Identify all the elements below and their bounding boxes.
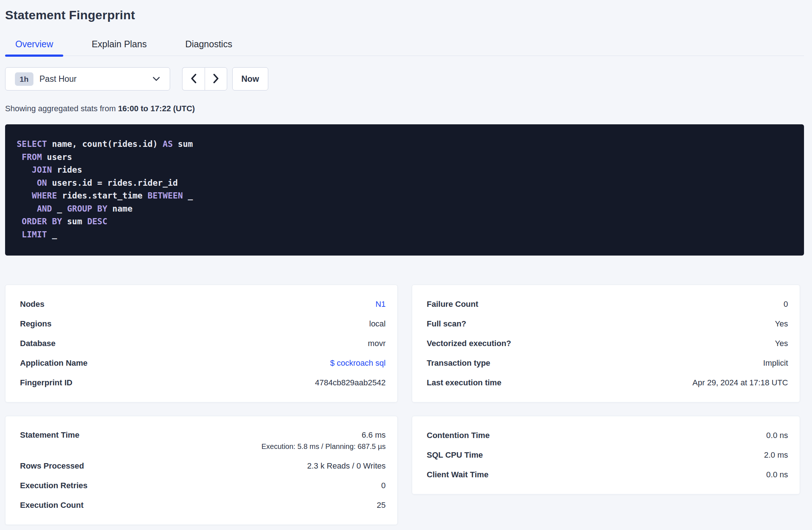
card-row: Fingerprint ID4784cb829aab2542 xyxy=(20,373,386,393)
next-time-button[interactable] xyxy=(205,67,227,91)
row-value: 25 xyxy=(377,501,386,510)
row-label: Database xyxy=(20,339,56,348)
row-value: 2.3 k Reads / 0 Writes xyxy=(307,461,386,471)
tab-bar: Overview Explain Plans Diagnostics xyxy=(5,39,804,56)
chevron-down-icon xyxy=(152,76,160,81)
card-statement-timings: Statement Time6.6 msExecution: 5.8 ms / … xyxy=(5,416,398,525)
row-value: 2.0 ms xyxy=(764,450,788,460)
card-row: Statement Time6.6 msExecution: 5.8 ms / … xyxy=(20,426,386,456)
row-label: Vectorized execution? xyxy=(427,339,511,348)
row-label: Statement Time xyxy=(20,430,79,440)
card-row: Rows Processed2.3 k Reads / 0 Writes xyxy=(20,456,386,476)
row-label: Failure Count xyxy=(427,300,478,309)
tab-overview[interactable]: Overview xyxy=(5,39,63,56)
sql-code: SELECT name, count(rides.id) AS sum FROM… xyxy=(17,139,193,239)
row-value: movr xyxy=(368,339,386,348)
time-range-label: Past Hour xyxy=(40,74,77,84)
card-row: Execution Count25 xyxy=(20,495,386,515)
statement-fingerprint-page: Statement Fingerprint Overview Explain P… xyxy=(0,0,812,525)
row-label: Client Wait Time xyxy=(427,470,489,479)
card-row: Transaction typeImplicit xyxy=(427,353,788,373)
row-label: Rows Processed xyxy=(20,461,84,471)
row-label: Contention Time xyxy=(427,431,490,440)
row-value: 4784cb829aab2542 xyxy=(315,378,386,388)
row-label: Regions xyxy=(20,319,52,329)
card-row: Vectorized execution?Yes xyxy=(427,334,788,353)
card-row: Last execution timeApr 29, 2024 at 17:18… xyxy=(427,373,788,393)
card-execution-attributes: Failure Count0Full scan?YesVectorized ex… xyxy=(412,285,800,402)
row-value-link[interactable]: N1 xyxy=(375,300,386,309)
row-subvalue: Execution: 5.8 ms / Planning: 687.5 µs xyxy=(261,442,386,451)
card-row: Full scan?Yes xyxy=(427,314,788,334)
row-label: SQL CPU Time xyxy=(427,450,483,460)
row-value: Implicit xyxy=(763,358,788,368)
card-row: Client Wait Time0.0 ns xyxy=(427,465,788,485)
stats-summary-prefix: Showing aggregated stats from xyxy=(5,104,118,113)
chevron-left-icon xyxy=(190,73,197,85)
card-statement-details: NodesN1RegionslocalDatabasemovrApplicati… xyxy=(5,285,398,402)
card-row: Regionslocal xyxy=(20,314,386,334)
row-value: Yes xyxy=(775,319,788,329)
card-row: Databasemovr xyxy=(20,334,386,353)
card-row: NodesN1 xyxy=(20,294,386,314)
card-wait-timings: Contention Time0.0 nsSQL CPU Time2.0 msC… xyxy=(412,416,800,494)
card-row: Contention Time0.0 ns xyxy=(427,426,788,445)
row-label: Last execution time xyxy=(427,378,501,388)
row-label: Fingerprint ID xyxy=(20,378,72,388)
time-range-badge: 1h xyxy=(15,72,33,86)
tab-explain-plans[interactable]: Explain Plans xyxy=(81,39,157,56)
time-toolbar: 1h Past Hour Now xyxy=(5,67,804,91)
row-label: Full scan? xyxy=(427,319,466,329)
row-value: 0.0 ns xyxy=(766,431,788,440)
aggregated-stats-summary: Showing aggregated stats from 16:00 to 1… xyxy=(5,104,804,113)
chevron-right-icon xyxy=(212,73,220,85)
time-range-selector[interactable]: 1h Past Hour xyxy=(5,67,170,91)
row-label: Nodes xyxy=(20,300,44,309)
now-button[interactable]: Now xyxy=(232,67,268,91)
row-value: local xyxy=(369,319,386,329)
row-value: 6.6 ms xyxy=(362,430,386,440)
time-step-buttons xyxy=(182,67,227,91)
row-value: 0 xyxy=(381,481,386,490)
card-row: Failure Count0 xyxy=(427,294,788,314)
sql-statement-block: SELECT name, count(rides.id) AS sum FROM… xyxy=(5,124,804,256)
card-row: Application Name$ cockroach sql xyxy=(20,353,386,373)
row-value: 0 xyxy=(784,300,788,309)
previous-time-button[interactable] xyxy=(182,67,205,91)
tab-diagnostics[interactable]: Diagnostics xyxy=(175,39,242,56)
card-row: SQL CPU Time2.0 ms xyxy=(427,445,788,465)
row-value-link[interactable]: $ cockroach sql xyxy=(330,358,386,368)
card-row: Execution Retries0 xyxy=(20,476,386,495)
row-label: Execution Retries xyxy=(20,481,88,490)
page-title: Statement Fingerprint xyxy=(5,8,804,22)
row-label: Execution Count xyxy=(20,501,84,510)
row-label: Application Name xyxy=(20,358,88,368)
row-label: Transaction type xyxy=(427,358,490,368)
stats-cards-grid: NodesN1RegionslocalDatabasemovrApplicati… xyxy=(5,285,804,525)
row-value: 0.0 ns xyxy=(766,470,788,479)
row-value: Apr 29, 2024 at 17:18 UTC xyxy=(692,378,788,388)
row-value: Yes xyxy=(775,339,788,348)
stats-summary-range: 16:00 to 17:22 (UTC) xyxy=(118,104,195,113)
